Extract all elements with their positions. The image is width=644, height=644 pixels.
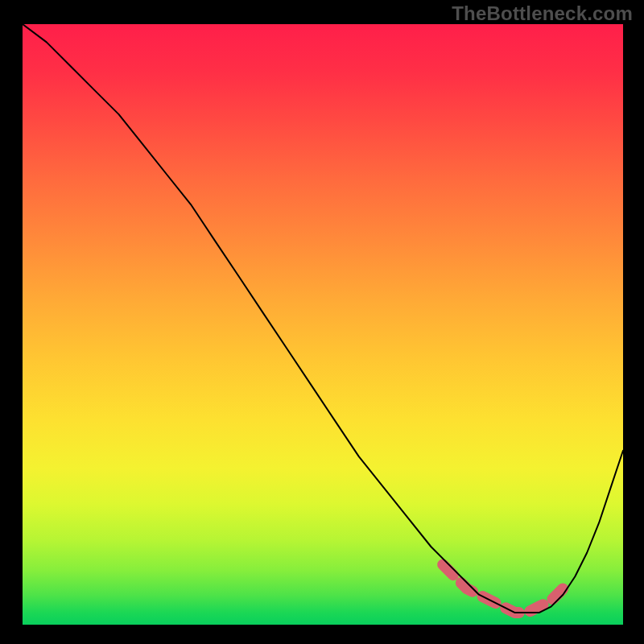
chart-frame: TheBottleneck.com: [0, 0, 644, 644]
highlight-segment: [443, 564, 563, 613]
watermark-text: TheBottleneck.com: [452, 2, 633, 25]
curve-overlay: [23, 24, 623, 625]
plot-area: [23, 24, 623, 625]
bottleneck-curve: [23, 24, 623, 613]
